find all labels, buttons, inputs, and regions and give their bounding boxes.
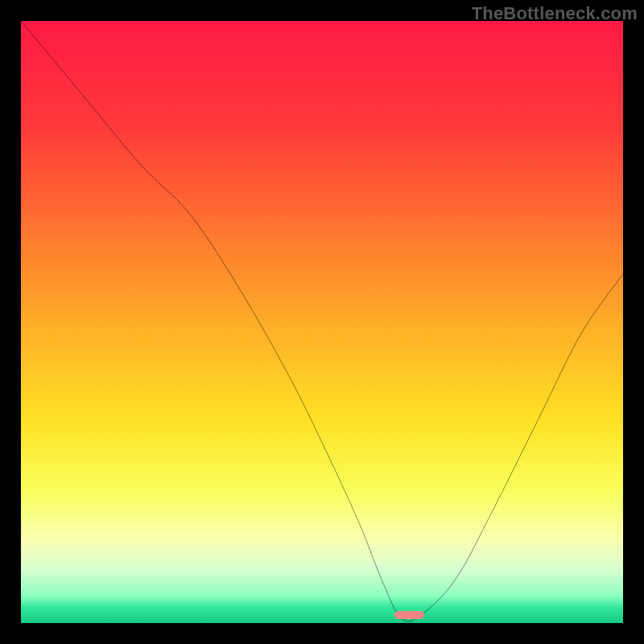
watermark-text: TheBottleneck.com — [472, 3, 638, 24]
plot-area — [21, 21, 623, 623]
bottleneck-curve — [21, 21, 623, 623]
plot-inner — [21, 21, 623, 623]
optimum-marker — [394, 611, 424, 619]
chart-root: TheBottleneck.com — [0, 0, 644, 644]
